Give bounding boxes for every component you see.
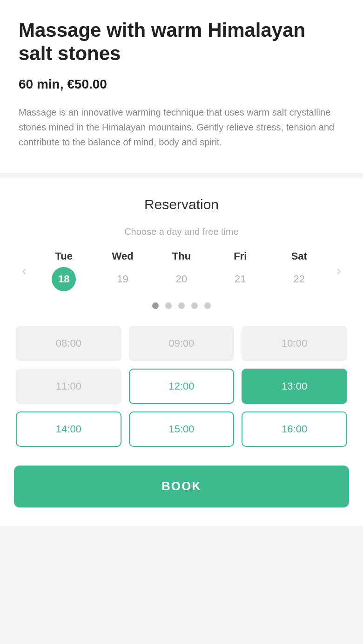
pagination-dot-2[interactable] (178, 302, 185, 309)
calendar-nav: ‹ Tue18Wed19Thu20Fri21Sat22 › (14, 250, 349, 291)
day-item-wed[interactable]: Wed19 (104, 250, 141, 291)
service-title: Massage with warm Himalayan salt stones (19, 19, 344, 66)
pagination-dot-0[interactable] (152, 302, 159, 309)
choose-label: Choose a day and free time (14, 226, 349, 237)
time-slot-1400[interactable]: 14:00 (16, 411, 121, 447)
service-section: Massage with warm Himalayan salt stones … (0, 0, 363, 173)
time-slot-0900: 09:00 (129, 326, 235, 361)
time-slot-0800: 08:00 (16, 326, 121, 361)
time-slot-1100: 11:00 (16, 369, 121, 404)
day-name: Sat (291, 250, 307, 262)
prev-arrow[interactable]: ‹ (14, 257, 34, 285)
day-name: Thu (172, 250, 191, 262)
day-number: 20 (169, 267, 194, 291)
time-slot-1600[interactable]: 16:00 (242, 411, 347, 447)
service-description: Massage is an innovative warming techniq… (19, 105, 344, 150)
next-arrow[interactable]: › (329, 257, 349, 285)
day-item-thu[interactable]: Thu20 (163, 250, 200, 291)
section-divider (0, 173, 363, 173)
day-item-fri[interactable]: Fri21 (222, 250, 259, 291)
day-name: Tue (55, 250, 72, 262)
pagination-dot-3[interactable] (191, 302, 198, 309)
day-number: 19 (111, 267, 135, 291)
day-item-tue[interactable]: Tue18 (45, 250, 82, 291)
time-slot-1200[interactable]: 12:00 (129, 369, 235, 404)
day-number: 18 (52, 267, 76, 291)
time-grid: 08:0009:0010:0011:0012:0013:0014:0015:00… (14, 326, 349, 447)
pagination-dots (14, 302, 349, 309)
days-container: Tue18Wed19Thu20Fri21Sat22 (34, 250, 329, 291)
pagination-dot-4[interactable] (204, 302, 211, 309)
pagination-dot-1[interactable] (165, 302, 172, 309)
day-name: Fri (234, 250, 247, 262)
day-number: 21 (228, 267, 252, 291)
time-slot-1300[interactable]: 13:00 (242, 369, 347, 404)
service-price: 60 min, €50.00 (19, 77, 344, 92)
day-number: 22 (287, 267, 311, 291)
time-slot-1000: 10:00 (242, 326, 347, 361)
reservation-section: Reservation Choose a day and free time ‹… (0, 178, 363, 526)
book-button[interactable]: BOOK (14, 466, 349, 507)
reservation-title: Reservation (14, 197, 349, 212)
day-name: Wed (112, 250, 134, 262)
time-slot-1500[interactable]: 15:00 (129, 411, 235, 447)
day-item-sat[interactable]: Sat22 (281, 250, 318, 291)
